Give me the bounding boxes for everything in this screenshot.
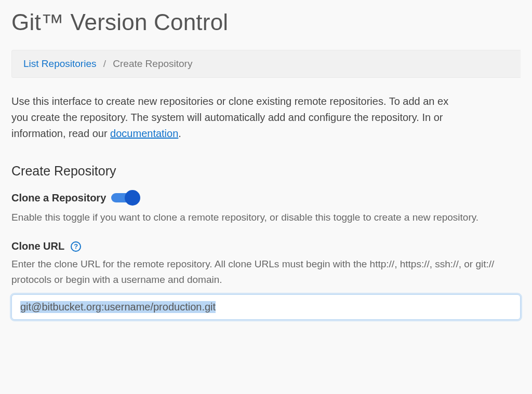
intro-line-3-prefix: information, read our bbox=[11, 128, 110, 139]
clone-repository-help: Enable this toggle if you want to clone … bbox=[11, 210, 521, 225]
field-clone-url: Clone URL ? Enter the clone URL for the … bbox=[11, 240, 521, 320]
documentation-link[interactable]: documentation bbox=[110, 128, 178, 139]
clone-url-help: Enter the clone URL for the remote repos… bbox=[11, 256, 521, 287]
section-heading-create-repository: Create Repository bbox=[11, 164, 521, 179]
clone-repository-label: Clone a Repository bbox=[11, 192, 106, 204]
intro-line-1: Use this interface to create new reposit… bbox=[11, 93, 521, 110]
clone-repository-toggle[interactable] bbox=[111, 190, 140, 206]
page-title: Git™ Version Control bbox=[11, 9, 521, 35]
breadcrumb: List Repositories / Create Repository bbox=[11, 50, 521, 78]
clone-url-label: Clone URL bbox=[11, 240, 64, 252]
intro-text: Use this interface to create new reposit… bbox=[11, 93, 521, 142]
help-icon[interactable]: ? bbox=[71, 241, 81, 252]
intro-line-2: you create the repository. The system wi… bbox=[11, 110, 521, 126]
clone-url-input[interactable] bbox=[11, 294, 521, 320]
breadcrumb-link-list-repositories[interactable]: List Repositories bbox=[23, 58, 96, 69]
breadcrumb-current: Create Repository bbox=[113, 58, 192, 69]
toggle-knob bbox=[125, 190, 140, 206]
breadcrumb-separator: / bbox=[103, 58, 106, 69]
field-clone-toggle: Clone a Repository Enable this toggle if… bbox=[11, 190, 521, 225]
intro-line-3-suffix: . bbox=[178, 128, 181, 139]
intro-line-3: information, read our documentation. bbox=[11, 126, 521, 142]
